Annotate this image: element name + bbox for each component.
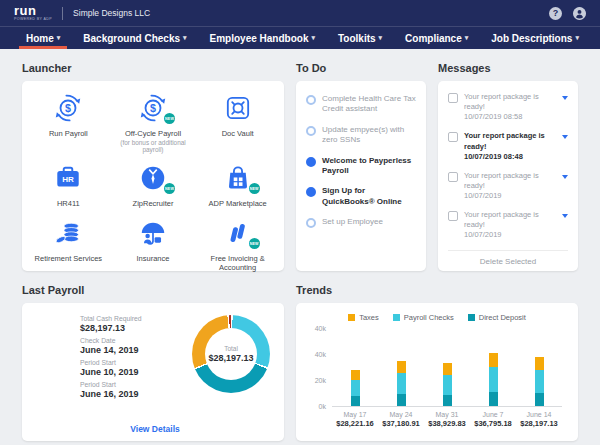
payroll-donut-chart: Total $28,197.13	[192, 315, 270, 393]
nav-item-label: Job Descriptions	[491, 33, 572, 44]
new-badge: NEW	[164, 183, 175, 194]
launcher-item-label: Insurance	[111, 254, 196, 263]
x-axis-label: May 17$28,221.16	[332, 411, 378, 428]
messages-card: Your report package is ready!10/07/2019 …	[438, 81, 578, 271]
x-axis-total: $36,795.18	[470, 419, 516, 428]
launcher-item-insurance[interactable]: Insurance	[111, 218, 196, 272]
stacked-bar-may-31	[443, 363, 452, 406]
message-subject: Your report package is ready!	[464, 171, 556, 191]
launcher-item-doc-vault[interactable]: Doc Vault	[195, 93, 280, 153]
todo-item[interactable]: Sign Up for QuickBooks® Online	[306, 186, 416, 207]
launcher-item-off-cycle-payroll[interactable]: $NEWOff-Cycle Payroll(for bonus or addit…	[111, 93, 196, 153]
bar-segment-payroll-checks	[397, 373, 406, 394]
launcher-section: Launcher $Run Payroll$NEWOff-Cycle Payro…	[22, 49, 284, 271]
stacked-bar-may-24	[397, 361, 406, 406]
bar-segment-taxes	[489, 353, 498, 367]
nav-item-label: Employee Handbook	[210, 33, 309, 44]
top-row: Launcher $Run Payroll$NEWOff-Cycle Payro…	[22, 49, 578, 271]
todo-item[interactable]: Update empyee(s) with zero SSNs	[306, 125, 416, 146]
todo-item[interactable]: Complete Health Care Tax Credit assistan…	[306, 94, 416, 115]
company-name: Simple Designs LLC	[73, 8, 150, 18]
payroll-stat: Period StartJune 16, 2019	[80, 381, 176, 399]
messages-list: Your report package is ready!10/07/2019 …	[448, 92, 568, 250]
launcher-item-ziprecruiter[interactable]: NEWZipRecruiter	[111, 163, 196, 208]
last-payroll-body: Total Cash Required$28,197.13Check DateJ…	[36, 315, 274, 424]
chevron-down-icon: ▾	[183, 34, 187, 42]
message-timestamp: 10/07/2019	[464, 230, 556, 240]
message-body[interactable]: Your report package is ready!10/07/2019 …	[464, 92, 556, 122]
message-body[interactable]: Your report package is ready!10/07/2019	[464, 171, 556, 201]
launcher-item-sublabel: (for bonus or additional payroll)	[111, 139, 196, 153]
bar-segment-payroll-checks	[535, 370, 544, 393]
message-checkbox[interactable]	[448, 211, 458, 221]
todo-item-label: Welcome to Payperless Payroll	[322, 156, 416, 177]
run-logo[interactable]: run POWERED BY ADP	[14, 4, 52, 22]
person-icon	[573, 7, 586, 20]
launcher-item-retirement-services[interactable]: Retirement Services	[26, 218, 111, 272]
message-checkbox[interactable]	[448, 172, 458, 182]
x-axis-total: $37,180.91	[378, 419, 424, 428]
nav-item-compliance[interactable]: Compliance▾	[405, 27, 468, 49]
launcher-item-label: ADP Marketplace	[195, 199, 280, 208]
launcher-item-free-invoicing-accounting[interactable]: NEWFree Invoicing & Accounting	[195, 218, 280, 272]
chevron-down-icon: ▾	[311, 34, 315, 42]
adp-run-dashboard: run POWERED BY ADP Simple Designs LLC ? …	[0, 0, 600, 445]
nav-item-job-descriptions[interactable]: Job Descriptions▾	[491, 27, 579, 49]
y-axis-tick-label: 40k	[306, 325, 326, 332]
payroll-stat-label: Total Cash Required	[80, 315, 176, 322]
view-details-link[interactable]: View Details	[36, 424, 274, 434]
expand-caret-icon[interactable]	[562, 175, 568, 179]
todo-item-label: Sign Up for QuickBooks® Online	[322, 186, 416, 207]
nav-item-home[interactable]: Home▾	[26, 27, 60, 49]
bar-segment-payroll-checks	[443, 375, 452, 395]
x-axis-date: May 31	[424, 411, 470, 418]
message-checkbox[interactable]	[448, 132, 458, 142]
trends-title: Trends	[296, 284, 578, 296]
todo-title: To Do	[296, 62, 426, 74]
legend-swatch-icon	[393, 314, 400, 321]
nav-item-toolkits[interactable]: Toolkits▾	[338, 27, 382, 49]
payroll-stat: Period StartJune 10, 2019	[80, 359, 176, 377]
stacked-bar-june-14	[535, 357, 544, 406]
help-icon[interactable]: ?	[549, 7, 562, 20]
todo-section: To Do Complete Health Care Tax Credit as…	[296, 49, 426, 271]
message-body[interactable]: Your report package is ready!10/07/2019	[464, 210, 556, 240]
expand-caret-icon[interactable]	[562, 214, 568, 218]
launcher-item-label: Run Payroll	[26, 129, 111, 138]
stacked-bar-may-17	[351, 370, 360, 406]
launcher-item-hr411[interactable]: HRHR411	[26, 163, 111, 208]
todo-item[interactable]: Welcome to Payperless Payroll	[306, 156, 416, 177]
payroll-stat-label: Check Date	[80, 337, 176, 344]
expand-caret-icon[interactable]	[562, 135, 568, 139]
todo-item-label: Update empyee(s) with zero SSNs	[322, 125, 416, 146]
nav-item-background-checks[interactable]: Background Checks▾	[83, 27, 186, 49]
launcher-item-run-payroll[interactable]: $Run Payroll	[26, 93, 111, 153]
status-dot-empty-icon	[306, 95, 316, 105]
bar-segment-payroll-checks	[351, 380, 360, 396]
run-logo-text: run	[14, 4, 52, 17]
bar-segment-taxes	[535, 357, 544, 370]
delete-selected-button[interactable]: Delete Selected	[448, 250, 568, 266]
message-subject: Your report package is ready!	[464, 210, 556, 230]
todo-item[interactable]: Set up Employee	[306, 217, 416, 228]
nav-item-employee-handbook[interactable]: Employee Handbook▾	[210, 27, 315, 49]
free-invoicing-accounting-icon: NEW	[223, 218, 253, 248]
account-icon[interactable]	[573, 7, 586, 20]
launcher-item-adp-marketplace[interactable]: NEWADP Marketplace	[195, 163, 280, 208]
legend-label: Direct Deposit	[479, 313, 526, 322]
expand-caret-icon[interactable]	[562, 96, 568, 100]
bar-segment-direct-deposit	[351, 396, 360, 406]
message-body[interactable]: Your report package is ready!10/07/2019 …	[464, 131, 556, 161]
x-axis-total: $28,221.16	[332, 419, 378, 428]
run-payroll-icon: $	[53, 93, 83, 123]
retirement-services-icon	[53, 218, 83, 248]
payroll-stat: Total Cash Required$28,197.13	[80, 315, 176, 333]
bar-slot	[332, 370, 378, 406]
nav-item-label: Background Checks	[83, 33, 180, 44]
last-payroll-section: Last Payroll Total Cash Required$28,197.…	[22, 271, 284, 441]
message-checkbox[interactable]	[448, 93, 458, 103]
bar-segment-taxes	[351, 370, 360, 380]
top-bar: run POWERED BY ADP Simple Designs LLC ?	[0, 0, 600, 26]
x-axis-label: May 31$38,929.83	[424, 411, 470, 428]
todo-item-label: Set up Employee	[322, 217, 383, 227]
